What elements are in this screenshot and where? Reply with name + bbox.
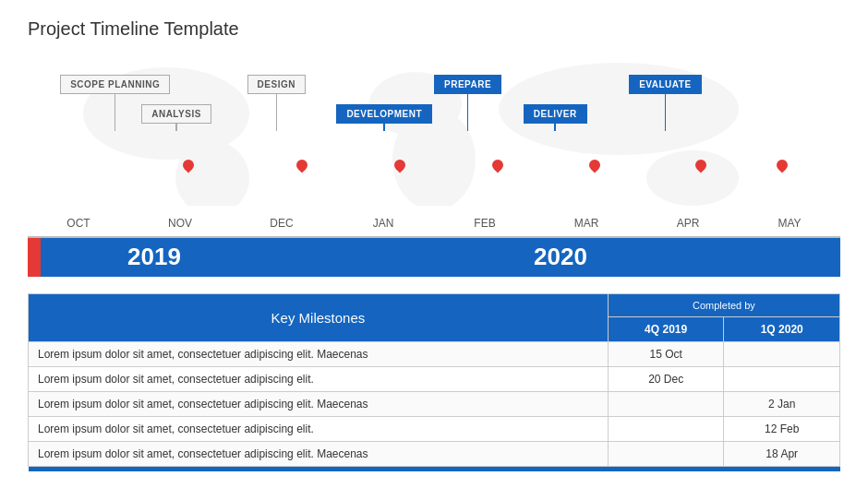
prepare-item: PREPARE xyxy=(434,75,501,131)
table-row: Lorem ipsum dolor sit amet, consectetuer… xyxy=(29,441,840,466)
milestone-description: Lorem ipsum dolor sit amet, consectetuer… xyxy=(29,341,609,366)
table-row: Lorem ipsum dolor sit amet, consectetuer… xyxy=(29,341,840,366)
development-item: DEVELOPMENT xyxy=(336,104,432,131)
milestone-description: Lorem ipsum dolor sit amet, consectetuer… xyxy=(29,416,609,441)
table-row: Lorem ipsum dolor sit amet, consectetuer… xyxy=(29,366,840,391)
analysis-line xyxy=(175,124,177,131)
timeline-labels: SCOPE PLANNING ANALYSIS DESIGN DEVELOPME… xyxy=(28,58,840,210)
q4-value xyxy=(608,441,724,466)
development-line xyxy=(383,124,385,131)
col-q1-header: 1Q 2020 xyxy=(724,316,840,341)
month-apr: APR xyxy=(637,217,739,230)
development-box: DEVELOPMENT xyxy=(336,104,432,124)
month-nov: NOV xyxy=(129,217,231,230)
q4-value xyxy=(608,416,724,441)
year-2019-bar: 2019 xyxy=(28,238,281,277)
q1-value xyxy=(724,341,840,366)
scope-planning-box: SCOPE PLANNING xyxy=(60,75,170,94)
q1-value xyxy=(724,366,840,391)
analysis-item: ANALYSIS xyxy=(141,104,211,131)
prepare-box: PREPARE xyxy=(434,75,501,94)
milestone-description: Lorem ipsum dolor sit amet, consectetuer… xyxy=(29,366,609,391)
month-dec: DEC xyxy=(231,217,332,230)
deliver-line xyxy=(554,124,556,131)
scope-planning-line xyxy=(115,94,116,131)
year-2020-bar: 2020 xyxy=(281,238,840,277)
milestones-section: Key Milestones Completed by 4Q 2019 1Q 2… xyxy=(28,293,840,471)
milestone-description: Lorem ipsum dolor sit amet, consectetuer… xyxy=(29,441,609,466)
month-row: OCT NOV DEC JAN FEB MAR APR MAY xyxy=(28,210,840,236)
timeline-section: SCOPE PLANNING ANALYSIS DESIGN DEVELOPME… xyxy=(28,58,840,277)
q1-value: 18 Apr xyxy=(724,441,840,466)
col-q1-label: 1Q 2020 xyxy=(761,323,803,336)
prepare-line xyxy=(467,94,469,131)
q1-value: 2 Jan xyxy=(724,391,840,416)
month-jan: JAN xyxy=(332,217,434,230)
year-2020-label: 2020 xyxy=(534,243,587,271)
evaluate-box: EVALUATE xyxy=(629,75,701,94)
table-row: Lorem ipsum dolor sit amet, consectetuer… xyxy=(29,416,840,441)
deliver-item: DELIVER xyxy=(524,104,587,131)
evaluate-line xyxy=(665,94,667,131)
milestones-table: Key Milestones Completed by 4Q 2019 1Q 2… xyxy=(28,293,840,471)
q4-value: 15 Oct xyxy=(608,341,724,366)
col-q4-header: 4Q 2019 xyxy=(608,316,724,341)
completed-by-header: Completed by xyxy=(608,293,839,316)
q4-value: 20 Dec xyxy=(608,366,724,391)
evaluate-item: EVALUATE xyxy=(629,75,701,131)
milestone-description: Lorem ipsum dolor sit amet, consectetuer… xyxy=(29,391,609,416)
completed-by-label: Completed by xyxy=(693,300,755,311)
milestones-title-cell: Key Milestones xyxy=(29,293,609,341)
deliver-box: DELIVER xyxy=(524,104,587,124)
year-2019-label: 2019 xyxy=(127,243,181,271)
month-feb: FEB xyxy=(434,217,536,230)
month-may: MAY xyxy=(739,217,840,230)
milestones-title: Key Milestones xyxy=(271,310,366,326)
year-axis-bar: 2019 2020 xyxy=(28,238,840,277)
col-q4-label: 4Q 2019 xyxy=(645,323,687,336)
q1-value: 12 Feb xyxy=(724,416,840,441)
design-line xyxy=(276,94,278,131)
month-oct: OCT xyxy=(28,217,129,230)
q4-value xyxy=(608,391,724,416)
month-mar: MAR xyxy=(536,217,637,230)
blue-bottom-bar xyxy=(29,466,840,471)
analysis-box: ANALYSIS xyxy=(141,104,211,124)
design-box: DESIGN xyxy=(247,75,306,94)
page-title: Project Timeline Template xyxy=(28,18,840,40)
table-row: Lorem ipsum dolor sit amet, consectetuer… xyxy=(29,391,840,416)
design-item: DESIGN xyxy=(247,75,306,131)
